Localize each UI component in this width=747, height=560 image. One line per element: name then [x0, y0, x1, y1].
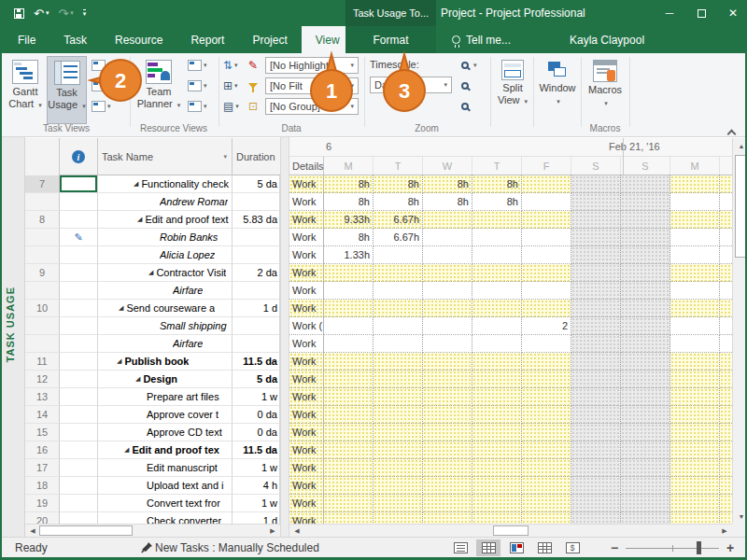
- day-cell[interactable]: [522, 335, 571, 353]
- details-cell[interactable]: Work: [289, 371, 324, 388]
- day-cell[interactable]: [522, 512, 571, 524]
- day-cell[interactable]: [472, 388, 522, 406]
- day-cell[interactable]: [522, 264, 571, 282]
- zoom-in-button[interactable]: +: [726, 539, 734, 556]
- maximize-button[interactable]: [685, 0, 717, 26]
- day-cell[interactable]: [522, 282, 571, 300]
- task-name-cell[interactable]: Small shipping: [98, 317, 233, 335]
- info-cell[interactable]: [60, 335, 98, 353]
- day-cell[interactable]: [720, 512, 732, 524]
- day-cell[interactable]: [571, 335, 621, 353]
- day-cell[interactable]: [571, 264, 621, 282]
- resource-usage-button[interactable]: ▾: [188, 57, 207, 74]
- day-cell[interactable]: 8h: [423, 175, 472, 193]
- filter-combo[interactable]: [No Filt▾: [265, 77, 359, 94]
- task-name-cell[interactable]: ◢Publish book: [98, 353, 233, 371]
- tab-format[interactable]: Format: [345, 26, 436, 53]
- day-cell[interactable]: [472, 335, 522, 353]
- task-name-cell[interactable]: Convert text fror: [98, 495, 233, 512]
- calendar-view-button[interactable]: ▾: [92, 77, 111, 94]
- day-header[interactable]: T: [720, 157, 732, 175]
- day-cell[interactable]: [571, 371, 621, 388]
- day-cell[interactable]: [374, 441, 423, 459]
- duration-cell[interactable]: 4 h: [233, 477, 280, 495]
- day-cell[interactable]: [670, 441, 720, 459]
- day-cell[interactable]: 8h: [324, 193, 374, 211]
- day-cell[interactable]: [621, 441, 670, 459]
- day-cell[interactable]: [621, 193, 670, 211]
- day-cell[interactable]: [670, 264, 720, 282]
- tell-me-box[interactable]: Tell me...: [452, 26, 511, 53]
- details-cell[interactable]: Work: [289, 211, 324, 229]
- day-cell[interactable]: [423, 371, 472, 388]
- duration-cell[interactable]: 2 da: [233, 264, 280, 282]
- task-name-cell[interactable]: Upload text and i: [98, 477, 233, 495]
- row-number-cell[interactable]: 7: [25, 175, 60, 193]
- day-cell[interactable]: [571, 175, 621, 193]
- day-cell[interactable]: [423, 229, 472, 246]
- day-cell[interactable]: [324, 317, 374, 335]
- day-cell[interactable]: [571, 211, 621, 229]
- macros-button[interactable]: Macros▾: [585, 56, 626, 124]
- day-cell[interactable]: [621, 424, 670, 441]
- day-cell[interactable]: [324, 495, 374, 512]
- details-column-header[interactable]: Details: [289, 157, 324, 175]
- day-cell[interactable]: [423, 300, 472, 317]
- duration-cell[interactable]: 1 d: [233, 300, 280, 317]
- day-cell[interactable]: [621, 459, 670, 477]
- day-cell[interactable]: [374, 371, 423, 388]
- task-name-cell[interactable]: ◢Design: [98, 371, 233, 388]
- text-highlight-button[interactable]: ✎: [248, 57, 258, 74]
- day-cell[interactable]: [324, 512, 374, 524]
- zoom-selected-tasks-button[interactable]: [461, 98, 469, 115]
- day-cell[interactable]: [670, 175, 720, 193]
- scroll-down-arrow[interactable]: ▼: [733, 511, 747, 522]
- day-cell[interactable]: [374, 335, 423, 353]
- day-cell[interactable]: [621, 264, 670, 282]
- day-header[interactable]: S: [621, 157, 670, 175]
- day-cell[interactable]: [621, 300, 670, 317]
- day-cell[interactable]: [720, 441, 732, 459]
- row-number-cell[interactable]: 19: [25, 495, 60, 512]
- day-cell[interactable]: [571, 246, 621, 264]
- other-task-views-button[interactable]: ▾: [92, 98, 111, 115]
- day-cell[interactable]: [472, 282, 522, 300]
- day-cell[interactable]: 8h: [324, 229, 374, 246]
- day-cell[interactable]: [472, 264, 522, 282]
- row-number-cell[interactable]: 18: [25, 477, 60, 495]
- day-cell[interactable]: [571, 406, 621, 424]
- day-cell[interactable]: [621, 211, 670, 229]
- day-cell[interactable]: [374, 512, 423, 524]
- row-number-cell[interactable]: 10: [25, 300, 60, 317]
- sort-button[interactable]: ⇅▾: [223, 57, 238, 74]
- day-cell[interactable]: [621, 282, 670, 300]
- scroll-left-arrow[interactable]: ◀: [291, 525, 303, 538]
- day-cell[interactable]: [571, 441, 621, 459]
- day-cell[interactable]: [670, 459, 720, 477]
- day-cell[interactable]: [621, 495, 670, 512]
- duration-cell[interactable]: [233, 229, 280, 246]
- day-cell[interactable]: [720, 264, 732, 282]
- save-button[interactable]: [14, 8, 24, 19]
- info-cell[interactable]: [60, 477, 98, 495]
- task-name-cell[interactable]: Approve CD text: [98, 424, 233, 441]
- task-name-cell[interactable]: Robin Banks: [98, 229, 233, 246]
- details-cell[interactable]: Work: [289, 406, 324, 424]
- duration-cell[interactable]: [233, 317, 280, 335]
- info-cell[interactable]: [60, 317, 98, 335]
- collapse-outline-icon[interactable]: ◢: [117, 357, 121, 365]
- day-cell[interactable]: [374, 406, 423, 424]
- info-cell[interactable]: [60, 371, 98, 388]
- day-cell[interactable]: [522, 388, 571, 406]
- timeline-horizontal-scrollbar[interactable]: ◀ ▶: [289, 524, 732, 537]
- day-cell[interactable]: [571, 388, 621, 406]
- task-name-cell[interactable]: Edit manuscript: [98, 459, 233, 477]
- day-cell[interactable]: [423, 459, 472, 477]
- day-cell[interactable]: [621, 353, 670, 371]
- task-name-cell[interactable]: Prepare art files: [98, 388, 233, 406]
- row-number-cell[interactable]: 9: [25, 264, 60, 282]
- day-cell[interactable]: [670, 282, 720, 300]
- day-cell[interactable]: [472, 246, 522, 264]
- day-cell[interactable]: [720, 175, 732, 193]
- tab-project[interactable]: Project: [238, 26, 301, 53]
